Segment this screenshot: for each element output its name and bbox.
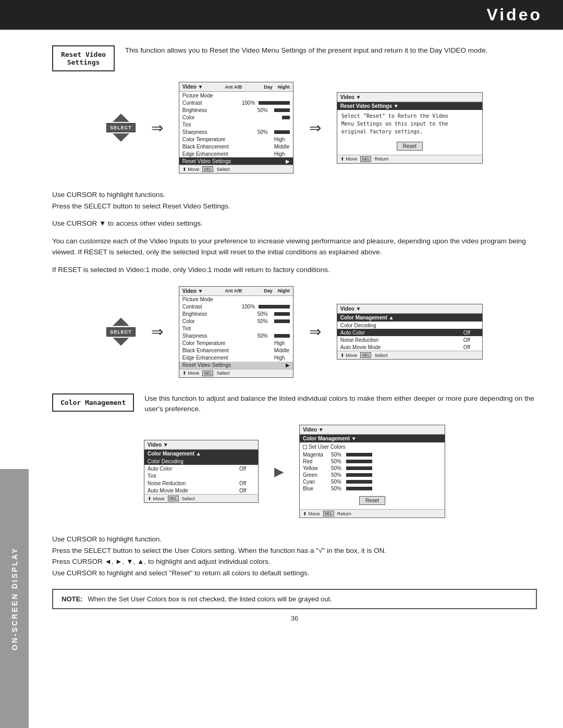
up-arrow-icon [113, 114, 129, 122]
osd-footer-2l: ⬆ Move SEL Select [179, 369, 293, 377]
section2-inst-4: Use CURSOR to highlight and select "Rese… [52, 567, 537, 579]
diagram-3: Video ▼ Color Management ▲ Color Decodin… [52, 425, 537, 518]
osd-color-decoding-3: Color Decoding [144, 458, 258, 465]
instruction-line-1: Use CURSOR to highlight functions. [52, 189, 537, 201]
osd-header-2l: Video ▼ Ant A/B Day Night [179, 287, 293, 296]
osd-reset-title: Reset Video Settings ▼ [337, 102, 482, 110]
select-button-2: SELECT [106, 327, 136, 337]
sharpness-bar-2 [274, 334, 290, 338]
section2-inst-3: Press CURSOR ◄, ►, ▼, ▲, to highlight an… [52, 556, 537, 567]
contrast-bar-2 [259, 305, 290, 309]
osd-reset-button: Reset [397, 142, 423, 151]
osd-row-picture-mode: Picture Mode [179, 92, 293, 99]
osd-video-label-1r: Video ▼ [340, 94, 361, 100]
arrow-right-5: ▶ [274, 464, 284, 479]
section2-inst-2: Press the SELECT button to select the Us… [52, 545, 537, 557]
yellow-bar [346, 466, 372, 470]
note-label: NOTE: [62, 595, 82, 603]
up-arrow-icon-2 [113, 318, 129, 326]
osd-ant-label-1: Ant A/B [225, 84, 242, 90]
color-management-desc: Use this function to adjust and balance … [144, 393, 537, 415]
green-bar [346, 473, 372, 477]
osd-header-2r: Video ▼ [337, 304, 482, 314]
osd-auto-color: Auto Color Off [337, 329, 482, 336]
osd-row2-tint: Tint [179, 325, 293, 332]
osd-row2-color: Color 50% [179, 318, 293, 325]
osd-video-label-3r: Video ▼ [303, 427, 324, 433]
osd-screen-1-right: Video ▼ Reset Video Settings ▼ Select "R… [337, 92, 483, 164]
osd-row2-edge: Edge Enhancement High [179, 354, 293, 362]
brightness-bar-2 [274, 312, 290, 316]
osd-auto-color-3: Auto Color Off [144, 465, 258, 472]
page-number: 36 [52, 614, 537, 622]
blue-bar [346, 487, 372, 490]
osd-header-3r: Video ▼ [300, 425, 445, 435]
red-bar [346, 460, 372, 463]
remote-control-1: SELECT [106, 114, 136, 142]
osd-video-label-2r: Video ▼ [340, 306, 361, 312]
osd-daynight-2l: Day Night [264, 288, 290, 293]
brightness-bar [274, 108, 290, 112]
section2-instructions: Use CURSOR to highlight function. Press … [52, 534, 537, 578]
arrow-right-icon-3: ⇒ [151, 323, 163, 340]
color-red-row: Red 50% [300, 458, 445, 465]
osd-ant-2l: Ant A/B [225, 288, 242, 293]
osd-row2-contrast: Contrast 100% [179, 303, 293, 311]
osd-color-decoding: Color Decoding [337, 322, 482, 329]
osd-day-night-1: Day Night [264, 84, 290, 90]
instruction-line-2: Press the SELECT button to select Reset … [52, 201, 537, 212]
osd-auto-movie: Auto Movie Mode Off [337, 343, 482, 351]
osd-row-sharpness: Sharpness 50% [179, 128, 293, 135]
sidebar-label: ON-SCREEN DISPLAY [0, 469, 29, 728]
osd-reset-text: Select "Reset" to Return the Video Menu … [337, 110, 482, 138]
osd-row-brightness: Brightness 50% [179, 106, 293, 114]
color-bar [282, 116, 290, 119]
cyan-bar [346, 480, 372, 484]
osd-color-mgmt-title: Color Management ▲ [337, 314, 482, 322]
note-text: When the Set User Colors box is not chec… [88, 595, 332, 603]
osd-screen-2-left: Video ▼ Ant A/B Day Night Picture Mode C… [179, 286, 293, 378]
osd-header-3l: Video ▼ [144, 440, 258, 450]
down-arrow-icon [113, 133, 129, 142]
osd-colormgmt-title-3: Color Management ▲ [144, 450, 258, 458]
reset-video-label: Reset Video Settings [52, 45, 115, 71]
osd-screen-3-right: Video ▼ Color Management ▼ Set User Colo… [299, 425, 445, 518]
osd-set-user-colors: Set User Colors [300, 442, 445, 451]
osd-screen-1-left: Video ▼ Ant A/B Day Night Picture Mode C… [179, 82, 293, 174]
page-header: Video [0, 0, 563, 30]
color-yellow-row: Yellow 50% [300, 465, 445, 472]
osd-footer-1r: ⬆ Move SEL Return [337, 155, 482, 163]
osd-screen-3-left: Video ▼ Color Management ▲ Color Decodin… [144, 440, 259, 503]
remote-control-2: SELECT [106, 318, 136, 346]
color-management-section: Color Management Use this function to ad… [52, 393, 537, 415]
osd-row2-black: Black Enhancement Middle [179, 347, 293, 354]
diagram-2: SELECT ⇒ Video ▼ Ant A/B Day Night Pictu… [52, 286, 537, 378]
osd-row2-reset: Reset Video Settings ▶ [179, 362, 293, 369]
osd-row-color: Color [179, 114, 293, 121]
color-management-label: Color Management [52, 393, 134, 412]
osd-screen-2-right: Video ▼ Color Management ▲ Color Decodin… [337, 304, 483, 360]
color-magenta-row: Magenta 50% [300, 451, 445, 458]
reset-video-section: Reset Video Settings This function allow… [52, 45, 537, 71]
color-bar-2 [274, 319, 290, 323]
osd-video-label-2l: Video ▼ [182, 288, 203, 294]
osd-reset-colors-button: Reset [359, 496, 385, 505]
osd-movie-3: Auto Movie Mode Off [144, 487, 258, 494]
down-arrow-icon-2 [113, 338, 129, 346]
section1-para: You can customize each of the Video Inpu… [52, 236, 537, 258]
osd-row-tint: Tint [179, 121, 293, 128]
osd-video-label-1: Video ▼ [182, 84, 203, 90]
osd-header-1r: Video ▼ [337, 93, 482, 102]
magenta-bar [346, 453, 372, 456]
osd-row-contrast: Contrast 100% [179, 99, 293, 106]
cursor-note: Use CURSOR ▼ to access other video setti… [52, 218, 537, 229]
osd-footer-1: ⬆ Move SEL Select [179, 165, 293, 173]
arrow-right-icon-1: ⇒ [151, 119, 163, 137]
color-green-row: Green 50% [300, 472, 445, 478]
osd-footer-2r: ⬆ Move SEL Select [337, 351, 482, 359]
sharpness-bar [274, 130, 290, 134]
osd-noise-3: Noise Reduction Off [144, 479, 258, 487]
color-cyan-row: Cyan 50% [300, 478, 445, 485]
osd-footer-3r: ⬆ Move SEL Return [300, 509, 445, 517]
osd-row-black-enhance: Black Enhancement Middle [179, 143, 293, 150]
